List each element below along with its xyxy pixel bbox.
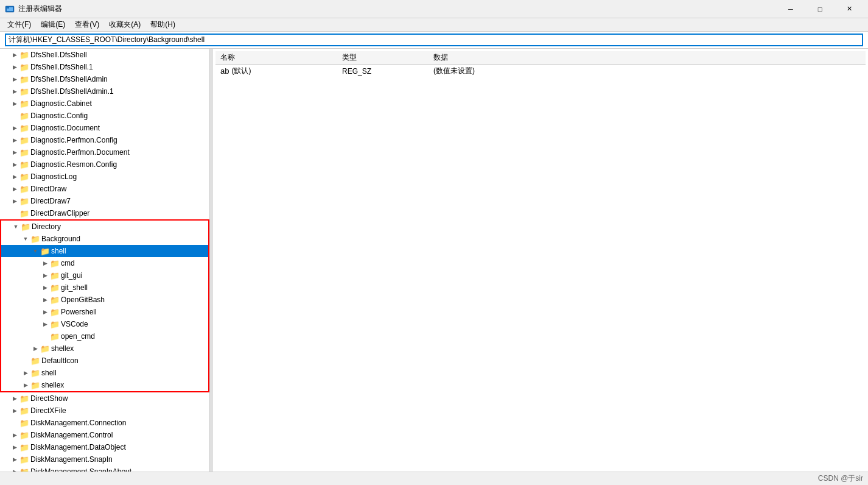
tree-item-diagConfig[interactable]: 📁 Diagnostic.Config <box>0 110 209 122</box>
expander-diagCabinet[interactable] <box>10 99 19 108</box>
expander-dfsshell[interactable] <box>10 50 19 60</box>
menu-item-1[interactable]: 编辑(E) <box>36 18 70 31</box>
label-directDrawClipper: DirectDrawClipper <box>30 209 89 218</box>
tree-item-diskMgmtSnapIn[interactable]: 📁 DiskManagement.SnapIn <box>0 453 209 466</box>
label-directShow: DirectShow <box>30 394 68 403</box>
tree-item-diskMgmtCtrl[interactable]: 📁 DiskManagement.Control <box>0 429 209 441</box>
expander-diagPerfmonDoc[interactable] <box>10 147 19 157</box>
expander-openGitBash[interactable] <box>40 295 50 305</box>
folder-icon-dfsshell: 📁 <box>19 50 29 60</box>
expander-directDraw[interactable] <box>10 184 19 194</box>
expander-diagDocument[interactable] <box>10 123 19 133</box>
expander-shell[interactable] <box>30 246 40 256</box>
tree-item-vscode[interactable]: 📁 VSCode <box>1 318 208 330</box>
tree-item-background[interactable]: 📁 Background <box>1 233 208 245</box>
close-button[interactable]: ✕ <box>835 3 863 15</box>
tree-item-diagCabinet[interactable]: 📁 Diagnostic.Cabinet <box>0 97 209 110</box>
label-dfsshellAdmin1: DfsShell.DfsShellAdmin.1 <box>30 87 114 96</box>
tree-item-directDraw7[interactable]: 📁 DirectDraw7 <box>0 195 209 207</box>
folder-icon-diagCabinet: 📁 <box>19 99 29 108</box>
tree-item-git-shell[interactable]: 📁 git_shell <box>1 281 208 294</box>
folder-icon-cmd: 📁 <box>50 258 60 268</box>
expander-powershell[interactable] <box>40 307 50 317</box>
tree-item-dfsshell[interactable]: 📁 DfsShell.DfsShell <box>0 49 209 61</box>
tree-item-diagDocument[interactable]: 📁 Diagnostic.Document <box>0 122 209 134</box>
tree-item-diskMgmtDataObj[interactable]: 📁 DiskManagement.DataObject <box>0 441 209 453</box>
expander-diagResmon[interactable] <box>10 160 19 169</box>
folder-icon-background: 📁 <box>30 234 40 244</box>
tree-item-openGitBash[interactable]: 📁 OpenGitBash <box>1 294 208 306</box>
expander-diagLog[interactable] <box>10 172 19 182</box>
tree-item-directDrawClipper[interactable]: 📁 DirectDrawClipper <box>0 207 209 219</box>
tree-item-dfsshellAdmin1[interactable]: 📁 DfsShell.DfsShellAdmin.1 <box>0 85 209 97</box>
tree-item-cmd[interactable]: 📁 cmd <box>1 257 208 269</box>
expander-dfsshellAdmin[interactable] <box>10 74 19 84</box>
maximize-button[interactable]: □ <box>806 3 834 15</box>
tree-item-shell2[interactable]: 📁 shell <box>1 367 208 379</box>
address-input[interactable] <box>9 36 859 44</box>
tree-item-directXFile[interactable]: 📁 DirectXFile <box>0 405 209 417</box>
label-diskMgmtCtrl: DiskManagement.Control <box>30 431 113 439</box>
expander-git-shell[interactable] <box>40 283 50 292</box>
label-dfsshell: DfsShell.DfsShell <box>30 51 87 59</box>
expander-directXFile[interactable] <box>10 406 19 416</box>
expander-open-cmd <box>40 331 50 341</box>
expander-shell2[interactable] <box>21 368 30 378</box>
label-dfsshellAdmin: DfsShell.DfsShellAdmin <box>30 75 108 83</box>
expander-background[interactable] <box>21 234 30 244</box>
app-title: 注册表编辑器 <box>18 4 62 14</box>
table-row[interactable]: ab (默认) REG_SZ (数值未设置) <box>215 65 866 78</box>
tree-item-powershell[interactable]: 📁 Powershell <box>1 306 208 318</box>
tree-item-shellex3[interactable]: 📁 shellex <box>1 379 208 391</box>
tree-item-shellex2[interactable]: 📁 shellex <box>1 342 208 355</box>
tree-item-diskMgmtConn[interactable]: 📁 DiskManagement.Connection <box>0 417 209 429</box>
expander-diskMgmtSnapInAbout[interactable] <box>10 467 19 472</box>
expander-diskMgmtConn <box>10 418 19 428</box>
expander-diagPerfmonConfig[interactable] <box>10 135 19 145</box>
menu-item-0[interactable]: 文件(F) <box>2 18 36 31</box>
menu-item-4[interactable]: 帮助(H) <box>145 18 180 31</box>
tree-item-defaultIcon[interactable]: 📁 DefaultIcon <box>1 355 208 367</box>
expander-diskMgmtCtrl[interactable] <box>10 430 19 440</box>
tree-pane[interactable]: 📁 DfsShell.DfsShell 📁 DfsShell.DfsShell.… <box>0 49 210 472</box>
menu-item-3[interactable]: 收藏夹(A) <box>104 18 145 31</box>
tree-item-shell[interactable]: 📁 shell <box>1 245 208 257</box>
folder-icon-directDrawClipper: 📁 <box>19 208 29 218</box>
expander-shellex3[interactable] <box>21 380 30 390</box>
cell-type: REG_SZ <box>337 65 429 78</box>
address-input-wrapper[interactable] <box>5 34 863 46</box>
tree-item-directShow[interactable]: 📁 DirectShow <box>0 392 209 405</box>
folder-icon-dfsshellAdmin: 📁 <box>19 74 29 84</box>
expander-directDraw7[interactable] <box>10 196 19 206</box>
tree-item-git-gui[interactable]: 📁 git_gui <box>1 269 208 281</box>
tree-item-dfsshellAdmin[interactable]: 📁 DfsShell.DfsShellAdmin <box>0 73 209 85</box>
expander-cmd[interactable] <box>40 258 50 268</box>
right-pane: 名称 类型 数据 ab (默认) REG_SZ (数值未设置) <box>213 49 868 472</box>
label-openGitBash: OpenGitBash <box>61 296 105 304</box>
expander-dfsshell1[interactable] <box>10 62 19 72</box>
expander-diskMgmtSnapIn[interactable] <box>10 455 19 464</box>
minimize-button[interactable]: ─ <box>777 3 805 15</box>
menu-item-2[interactable]: 查看(V) <box>70 18 104 31</box>
tree-item-diskMgmtSnapInAbout[interactable]: 📁 DiskManagement.SnapInAbout <box>0 466 209 472</box>
label-vscode: VSCode <box>61 320 88 328</box>
expander-dfsshellAdmin1[interactable] <box>10 87 19 96</box>
tree-item-diagLog[interactable]: 📁 DiagnosticLog <box>0 171 209 183</box>
expander-directShow[interactable] <box>10 394 19 403</box>
label-cmd: cmd <box>61 259 75 267</box>
tree-item-directory[interactable]: 📁 Directory <box>1 221 208 233</box>
folder-icon-diagPerfmonDoc: 📁 <box>19 147 29 157</box>
expander-directory[interactable] <box>11 222 21 232</box>
tree-item-open-cmd[interactable]: 📁 open_cmd <box>1 330 208 342</box>
tree-item-dfsshell1[interactable]: 📁 DfsShell.DfsShell.1 <box>0 61 209 73</box>
expander-diskMgmtDataObj[interactable] <box>10 442 19 452</box>
expander-shellex2[interactable] <box>30 344 40 353</box>
expander-vscode[interactable] <box>40 319 50 329</box>
status-text: CSDN @于sir <box>818 473 863 484</box>
tree-item-diagResmon[interactable]: 📁 Diagnostic.Resmon.Config <box>0 158 209 171</box>
tree-item-directDraw[interactable]: 📁 DirectDraw <box>0 183 209 195</box>
expander-git-gui[interactable] <box>40 271 50 280</box>
reg-default-icon: ab <box>220 66 229 76</box>
tree-item-diagPerfmonConfig[interactable]: 📁 Diagnostic.Perfmon.Config <box>0 134 209 146</box>
tree-item-diagPerfmonDoc[interactable]: 📁 Diagnostic.Perfmon.Document <box>0 146 209 158</box>
